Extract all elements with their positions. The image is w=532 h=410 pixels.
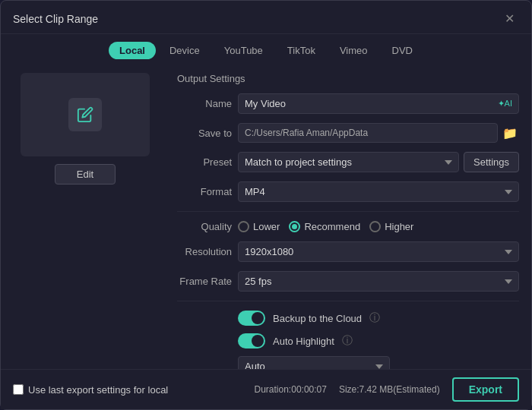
auto-highlight-row: Auto Highlight ⓘ — [177, 333, 519, 348]
save-to-row: Save to C:/Users/Rafia Aman/AppData 📁 — [177, 123, 519, 143]
quality-options: Lower Recommend Higher — [238, 221, 413, 232]
quality-lower-radio[interactable] — [238, 221, 249, 232]
backup-cloud-help-icon[interactable]: ⓘ — [369, 311, 380, 325]
name-input-wrap[interactable]: ✦AI — [238, 93, 519, 114]
quality-higher-radio[interactable] — [369, 221, 381, 232]
output-settings-title: Output Settings — [177, 73, 519, 84]
quality-lower-option[interactable]: Lower — [238, 221, 280, 232]
quality-label: Quality — [177, 221, 232, 232]
save-to-path: C:/Users/Rafia Aman/AppData — [238, 123, 498, 143]
frame-rate-label: Frame Rate — [177, 276, 232, 287]
preset-row: Preset Match to project settings Setting… — [177, 152, 519, 172]
quality-lower-label: Lower — [253, 221, 280, 232]
auto-highlight-toggle[interactable] — [238, 333, 265, 348]
tab-youtube[interactable]: YouTube — [214, 42, 274, 59]
quality-recommend-radio-inner — [292, 224, 297, 229]
quality-higher-label: Higher — [385, 221, 413, 232]
tab-tiktok[interactable]: TikTok — [277, 42, 326, 59]
auto-highlight-knob — [252, 335, 264, 347]
export-button[interactable]: Export — [452, 377, 519, 402]
name-input[interactable] — [245, 98, 495, 109]
quality-higher-option[interactable]: Higher — [369, 221, 413, 232]
ai-icon: ✦AI — [498, 99, 512, 109]
backup-cloud-toggle[interactable] — [238, 311, 265, 326]
edit-button[interactable]: Edit — [55, 164, 116, 184]
use-last-settings-wrap[interactable]: Use last export settings for local — [13, 384, 168, 396]
auto-highlight-label: Auto Highlight — [273, 336, 334, 347]
backup-cloud-row: Backup to the Cloud ⓘ — [177, 311, 519, 326]
resolution-label: Resolution — [177, 246, 232, 257]
right-panel: Output Settings Name ✦AI Save to C:/User… — [169, 65, 519, 369]
pencil-icon — [68, 98, 102, 131]
tab-local[interactable]: Local — [109, 42, 156, 59]
name-label: Name — [177, 98, 232, 109]
frame-rate-row: Frame Rate 25 fps — [177, 271, 519, 292]
save-to-label: Save to — [177, 128, 232, 139]
quality-recommend-radio[interactable] — [289, 221, 300, 232]
save-to-path-row: C:/Users/Rafia Aman/AppData 📁 — [238, 123, 519, 143]
use-last-settings-label: Use last export settings for local — [28, 384, 168, 396]
tabs-row: Local Device YouTube TikTok Vimeo DVD — [1, 34, 531, 65]
frame-rate-select[interactable]: 25 fps — [238, 271, 519, 292]
backup-cloud-knob — [252, 312, 264, 324]
preset-label: Preset — [177, 156, 232, 168]
auto-select[interactable]: Auto — [238, 356, 390, 369]
tab-vimeo[interactable]: Vimeo — [329, 42, 378, 59]
dialog-title: Select Clip Range — [13, 13, 98, 25]
tab-dvd[interactable]: DVD — [382, 42, 423, 59]
footer-left: Use last export settings for local — [13, 384, 168, 396]
format-select[interactable]: MP4 — [238, 181, 519, 202]
divider-1 — [177, 211, 519, 212]
footer-right: Duration:00:00:07 Size:7.42 MB(Estimated… — [255, 377, 520, 402]
title-bar: Select Clip Range ✕ — [1, 1, 531, 34]
close-button[interactable]: ✕ — [500, 10, 519, 27]
left-panel: Edit — [13, 65, 157, 369]
resolution-select[interactable]: 1920x1080 — [238, 241, 519, 262]
folder-icon-button[interactable]: 📁 — [501, 125, 519, 142]
name-row: Name ✦AI — [177, 93, 519, 114]
auto-select-row: Auto — [177, 356, 519, 369]
settings-button[interactable]: Settings — [464, 152, 519, 172]
auto-highlight-help-icon[interactable]: ⓘ — [342, 334, 353, 348]
video-thumbnail — [21, 73, 150, 156]
backup-cloud-label: Backup to the Cloud — [273, 313, 362, 324]
divider-2 — [177, 301, 519, 301]
footer: Use last export settings for local Durat… — [1, 369, 531, 409]
preset-options: Match to project settings Settings — [238, 152, 519, 172]
size-text: Size:7.42 MB(Estimated) — [339, 384, 440, 395]
format-label: Format — [177, 186, 232, 197]
preset-select[interactable]: Match to project settings — [238, 152, 459, 172]
quality-recommend-label: Recommend — [304, 221, 360, 232]
tab-device[interactable]: Device — [159, 42, 211, 59]
format-row: Format MP4 — [177, 181, 519, 202]
select-clip-range-dialog: Select Clip Range ✕ Local Device YouTube… — [0, 0, 532, 410]
resolution-row: Resolution 1920x1080 — [177, 241, 519, 262]
use-last-settings-checkbox[interactable] — [13, 384, 24, 395]
quality-row: Quality Lower Recommend — [177, 221, 519, 232]
quality-recommend-option[interactable]: Recommend — [289, 221, 360, 232]
content-area: Edit Output Settings Name ✦AI Save to C:… — [1, 65, 531, 369]
duration-text: Duration:00:00:07 — [255, 384, 327, 395]
